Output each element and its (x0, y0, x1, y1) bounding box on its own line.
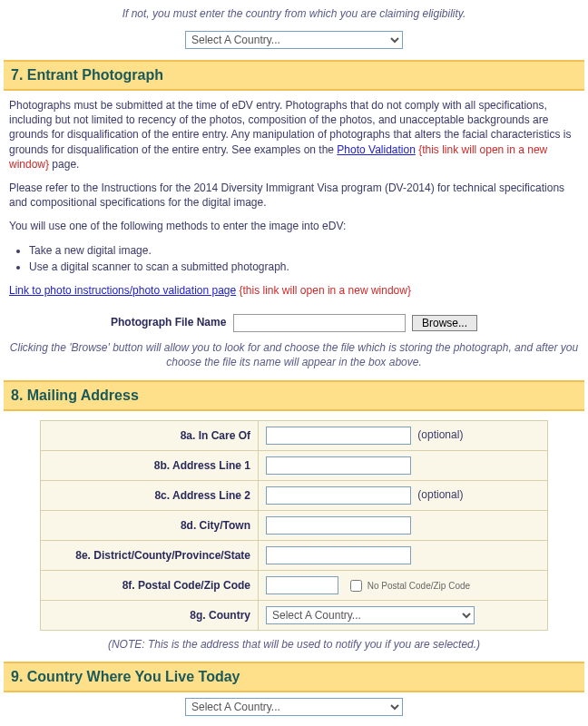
address-line-1-input[interactable] (266, 456, 411, 475)
mailing-country-select[interactable]: Select A Country... (266, 606, 475, 624)
link-new-window-note-2: {this link will open in a new window} (240, 284, 411, 297)
s7-para2: Please refer to the Instructions for the… (9, 181, 579, 210)
section-8-header: 8. Mailing Address (4, 380, 584, 411)
label-postal: 8f. Postal Code/Zip Code (41, 571, 259, 601)
label-city: 8d. City/Town (41, 511, 259, 541)
browse-button[interactable]: Browse... (412, 315, 477, 331)
district-input[interactable] (266, 546, 411, 564)
photo-instructions-link[interactable]: Link to photo instructions/photo validat… (9, 284, 236, 297)
no-postal-checkbox[interactable] (350, 580, 362, 592)
eligibility-country-row: Select A Country... (4, 25, 584, 58)
method-list: Take a new digital image. Use a digital … (29, 243, 579, 274)
section-9-header: 9. Country Where You Live Today (4, 662, 584, 692)
photo-validation-link[interactable]: Photo Validation (337, 143, 416, 156)
photo-file-input[interactable] (233, 314, 406, 332)
no-postal-label: No Postal Code/Zip Code (368, 581, 470, 591)
optional-2: (optional) (417, 488, 463, 501)
optional-1: (optional) (417, 428, 463, 441)
section-7-header: 7. Entrant Photograph (4, 60, 584, 91)
label-country: 8g. Country (41, 601, 259, 631)
section-7-body: Photographs must be submitted at the tim… (4, 91, 584, 309)
postal-code-input[interactable] (266, 576, 338, 594)
in-care-of-input[interactable] (266, 427, 411, 445)
city-input[interactable] (266, 516, 411, 535)
s7-para1-b: page. (49, 158, 79, 171)
label-address-2: 8c. Address Line 2 (41, 481, 259, 511)
browse-hint: Clicking the 'Browse' button will allow … (4, 338, 584, 378)
label-address-1: 8b. Address Line 1 (41, 451, 259, 481)
live-country-select[interactable]: Select A Country... (185, 698, 403, 716)
eligibility-note: If not, you must enter the country from … (4, 4, 584, 25)
address-line-2-input[interactable] (266, 486, 411, 505)
label-in-care-of: 8a. In Care Of (41, 421, 259, 451)
mailing-address-note: (NOTE: This is the address that will be … (4, 634, 584, 660)
photo-file-row: Photograph File Name Browse... (4, 309, 584, 338)
eligibility-country-select[interactable]: Select A Country... (185, 31, 403, 49)
photo-file-label: Photograph File Name (111, 316, 226, 329)
label-district: 8e. District/County/Province/State (41, 541, 259, 571)
s7-para3: You will use one of the following method… (9, 219, 579, 233)
mailing-address-table: 8a. In Care Of (optional) 8b. Address Li… (40, 420, 548, 631)
method-item-1: Take a new digital image. (29, 243, 579, 258)
method-item-2: Use a digital scanner to scan a submitte… (29, 260, 579, 274)
live-country-row: Select A Country... (4, 692, 584, 725)
